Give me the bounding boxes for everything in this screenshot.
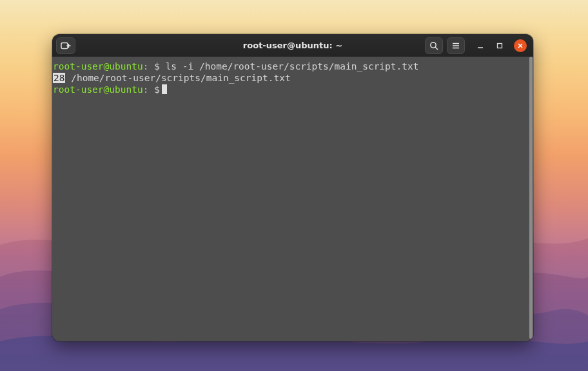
output-path: /home/root-user/scripts/main_script.txt bbox=[71, 73, 290, 83]
prompt-userhost-2: root-user@ubuntu bbox=[53, 84, 143, 95]
terminal-line-2: 28 /home/root-user/scripts/main_script.t… bbox=[53, 72, 533, 84]
prompt-dir bbox=[148, 61, 154, 71]
terminal-line-1: root-user@ubuntu: $ ls -i /home/root-use… bbox=[53, 61, 533, 72]
titlebar[interactable]: root-user@ubuntu: ~ bbox=[52, 34, 533, 57]
maximize-button[interactable] bbox=[492, 37, 507, 54]
close-button[interactable] bbox=[514, 39, 527, 52]
search-icon bbox=[429, 41, 438, 50]
svg-rect-9 bbox=[498, 43, 502, 48]
new-tab-icon bbox=[61, 41, 71, 50]
maximize-icon bbox=[496, 42, 504, 50]
scrollbar-thumb[interactable] bbox=[529, 57, 533, 339]
prompt-symbol: $ bbox=[154, 61, 160, 71]
hamburger-menu-icon bbox=[451, 41, 460, 50]
terminal-line-3: root-user@ubuntu: $ bbox=[53, 84, 533, 95]
minimize-button[interactable] bbox=[473, 37, 488, 54]
minimize-icon bbox=[476, 42, 484, 50]
svg-point-3 bbox=[431, 42, 436, 47]
terminal-window: root-user@ubuntu: ~ bbox=[52, 34, 533, 341]
inode-number: 28 bbox=[53, 73, 65, 83]
menu-button[interactable] bbox=[447, 37, 465, 54]
search-button[interactable] bbox=[425, 37, 443, 54]
prompt-symbol-2: $ bbox=[154, 84, 160, 95]
terminal-body[interactable]: root-user@ubuntu: $ ls -i /home/root-use… bbox=[52, 57, 533, 341]
cursor bbox=[162, 84, 167, 94]
prompt-userhost: root-user@ubuntu bbox=[53, 61, 143, 71]
prompt-dir-2 bbox=[148, 84, 154, 95]
command-text: ls -i /home/root-user/scripts/main_scrip… bbox=[166, 61, 419, 71]
scrollbar[interactable] bbox=[529, 57, 533, 339]
new-tab-button[interactable] bbox=[56, 37, 75, 54]
svg-line-4 bbox=[435, 47, 438, 50]
desktop-wallpaper: root-user@ubuntu: ~ bbox=[0, 0, 588, 371]
close-icon bbox=[517, 43, 524, 49]
